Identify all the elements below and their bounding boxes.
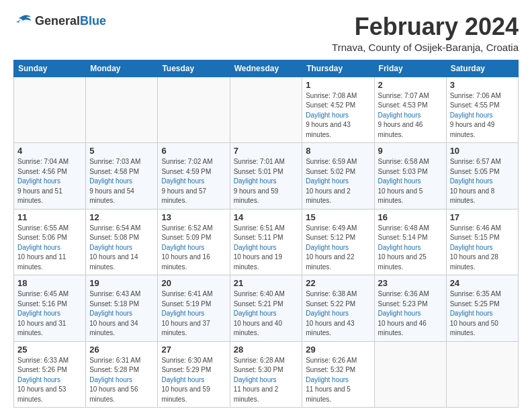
- day-info: Sunrise: 6:26 AMSunset: 5:32 PMDaylight …: [306, 356, 370, 405]
- calendar-cell: [86, 77, 158, 143]
- page-header: GeneralBlue February 2024 Trnava, County…: [13, 13, 519, 53]
- calendar-cell: 22Sunrise: 6:38 AMSunset: 5:22 PMDayligh…: [302, 275, 374, 342]
- calendar-cell: 24Sunrise: 6:35 AMSunset: 5:25 PMDayligh…: [446, 275, 518, 342]
- calendar-cell: 10Sunrise: 6:57 AMSunset: 5:05 PMDayligh…: [446, 143, 518, 210]
- day-info: Sunrise: 7:04 AMSunset: 4:56 PMDaylight …: [17, 157, 82, 206]
- calendar-cell: 16Sunrise: 6:48 AMSunset: 5:14 PMDayligh…: [374, 209, 446, 275]
- day-info: Sunrise: 7:06 AMSunset: 4:55 PMDaylight …: [450, 91, 515, 140]
- daylight-label: Daylight hours: [450, 244, 493, 251]
- day-info: Sunrise: 6:58 AMSunset: 5:03 PMDaylight …: [378, 157, 443, 206]
- day-number: 19: [89, 278, 154, 288]
- logo-blue: Blue: [80, 14, 106, 28]
- day-number: 24: [450, 278, 515, 288]
- day-number: 14: [234, 212, 299, 222]
- day-info: Sunrise: 6:41 AMSunset: 5:19 PMDaylight …: [161, 289, 226, 338]
- day-info: Sunrise: 6:33 AMSunset: 5:26 PMDaylight …: [17, 356, 82, 405]
- logo-general: General: [35, 14, 80, 28]
- calendar-cell: 25Sunrise: 6:33 AMSunset: 5:26 PMDayligh…: [14, 341, 86, 408]
- calendar-cell: 14Sunrise: 6:51 AMSunset: 5:11 PMDayligh…: [230, 209, 302, 275]
- daylight-label: Daylight hours: [161, 177, 204, 185]
- daylight-label: Daylight hours: [378, 310, 421, 317]
- day-number: 18: [17, 278, 82, 288]
- daylight-label: Daylight hours: [234, 244, 277, 251]
- calendar-week-row: 18Sunrise: 6:45 AMSunset: 5:16 PMDayligh…: [14, 275, 519, 342]
- day-info: Sunrise: 6:48 AMSunset: 5:14 PMDaylight …: [378, 224, 443, 273]
- daylight-label: Daylight hours: [234, 177, 277, 185]
- day-number: 3: [450, 80, 515, 90]
- calendar-cell: [374, 341, 446, 408]
- calendar-cell: 2Sunrise: 7:07 AMSunset: 4:53 PMDaylight…: [374, 77, 446, 143]
- daylight-label: Daylight hours: [17, 244, 60, 251]
- daylight-label: Daylight hours: [89, 244, 132, 251]
- day-info: Sunrise: 6:55 AMSunset: 5:06 PMDaylight …: [17, 224, 82, 273]
- day-info: Sunrise: 7:02 AMSunset: 4:59 PMDaylight …: [161, 157, 226, 206]
- day-info: Sunrise: 6:35 AMSunset: 5:25 PMDaylight …: [450, 289, 515, 338]
- day-info: Sunrise: 6:59 AMSunset: 5:02 PMDaylight …: [306, 157, 370, 206]
- day-info: Sunrise: 6:43 AMSunset: 5:18 PMDaylight …: [89, 289, 154, 338]
- calendar-cell: 28Sunrise: 6:28 AMSunset: 5:30 PMDayligh…: [230, 341, 302, 408]
- logo-text: GeneralBlue: [35, 14, 106, 28]
- daylight-label: Daylight hours: [306, 376, 349, 383]
- calendar-cell: 19Sunrise: 6:43 AMSunset: 5:18 PMDayligh…: [86, 275, 158, 342]
- day-info: Sunrise: 6:54 AMSunset: 5:08 PMDaylight …: [89, 224, 154, 273]
- day-info: Sunrise: 6:46 AMSunset: 5:15 PMDaylight …: [450, 224, 515, 273]
- day-info: Sunrise: 6:57 AMSunset: 5:05 PMDaylight …: [450, 157, 515, 206]
- calendar-cell: 8Sunrise: 6:59 AMSunset: 5:02 PMDaylight…: [302, 143, 374, 210]
- day-number: 23: [378, 278, 443, 288]
- daylight-label: Daylight hours: [161, 376, 204, 383]
- calendar-cell: [158, 77, 230, 143]
- daylight-label: Daylight hours: [450, 310, 493, 317]
- calendar-cell: [230, 77, 302, 143]
- daylight-label: Daylight hours: [234, 310, 277, 317]
- calendar-table: SundayMondayTuesdayWednesdayThursdayFrid…: [13, 60, 519, 408]
- daylight-label: Daylight hours: [89, 376, 132, 383]
- day-info: Sunrise: 6:45 AMSunset: 5:16 PMDaylight …: [17, 289, 82, 338]
- daylight-label: Daylight hours: [89, 310, 132, 317]
- day-number: 28: [234, 345, 299, 355]
- calendar-cell: 3Sunrise: 7:06 AMSunset: 4:55 PMDaylight…: [446, 77, 518, 143]
- day-number: 22: [306, 278, 370, 288]
- day-number: 27: [161, 345, 226, 355]
- calendar-cell: 15Sunrise: 6:49 AMSunset: 5:12 PMDayligh…: [302, 209, 374, 275]
- calendar-week-row: 1Sunrise: 7:08 AMSunset: 4:52 PMDaylight…: [14, 77, 519, 143]
- weekday-header-monday: Monday: [86, 60, 158, 77]
- daylight-label: Daylight hours: [378, 244, 421, 251]
- calendar-week-row: 11Sunrise: 6:55 AMSunset: 5:06 PMDayligh…: [14, 209, 519, 275]
- day-info: Sunrise: 7:07 AMSunset: 4:53 PMDaylight …: [378, 91, 443, 140]
- calendar-cell: 29Sunrise: 6:26 AMSunset: 5:32 PMDayligh…: [302, 341, 374, 408]
- calendar-cell: 13Sunrise: 6:52 AMSunset: 5:09 PMDayligh…: [158, 209, 230, 275]
- day-number: 2: [378, 80, 443, 90]
- daylight-label: Daylight hours: [161, 244, 204, 251]
- calendar-cell: 1Sunrise: 7:08 AMSunset: 4:52 PMDaylight…: [302, 77, 374, 143]
- calendar-cell: 27Sunrise: 6:30 AMSunset: 5:29 PMDayligh…: [158, 341, 230, 408]
- day-info: Sunrise: 6:36 AMSunset: 5:23 PMDaylight …: [378, 289, 443, 338]
- calendar-cell: [14, 77, 86, 143]
- day-number: 7: [234, 146, 299, 156]
- calendar-cell: 5Sunrise: 7:03 AMSunset: 4:58 PMDaylight…: [86, 143, 158, 210]
- logo: GeneralBlue: [13, 13, 106, 28]
- day-number: 1: [306, 80, 370, 90]
- weekday-header-saturday: Saturday: [446, 60, 518, 77]
- day-number: 25: [17, 345, 82, 355]
- day-number: 21: [234, 278, 299, 288]
- daylight-label: Daylight hours: [450, 111, 493, 119]
- logo-bird-icon: [13, 13, 32, 28]
- calendar-cell: 11Sunrise: 6:55 AMSunset: 5:06 PMDayligh…: [14, 209, 86, 275]
- daylight-label: Daylight hours: [17, 310, 60, 317]
- day-number: 10: [450, 146, 515, 156]
- weekday-header-thursday: Thursday: [302, 60, 374, 77]
- day-number: 8: [306, 146, 370, 156]
- weekday-header-tuesday: Tuesday: [158, 60, 230, 77]
- day-number: 29: [306, 345, 370, 355]
- weekday-header-wednesday: Wednesday: [230, 60, 302, 77]
- calendar-week-row: 4Sunrise: 7:04 AMSunset: 4:56 PMDaylight…: [14, 143, 519, 210]
- calendar-cell: 21Sunrise: 6:40 AMSunset: 5:21 PMDayligh…: [230, 275, 302, 342]
- daylight-label: Daylight hours: [378, 177, 421, 185]
- calendar-cell: 7Sunrise: 7:01 AMSunset: 5:01 PMDaylight…: [230, 143, 302, 210]
- day-number: 16: [378, 212, 443, 222]
- day-number: 15: [306, 212, 370, 222]
- daylight-label: Daylight hours: [306, 111, 349, 119]
- daylight-label: Daylight hours: [234, 376, 277, 383]
- calendar-cell: [446, 341, 518, 408]
- calendar-cell: 9Sunrise: 6:58 AMSunset: 5:03 PMDaylight…: [374, 143, 446, 210]
